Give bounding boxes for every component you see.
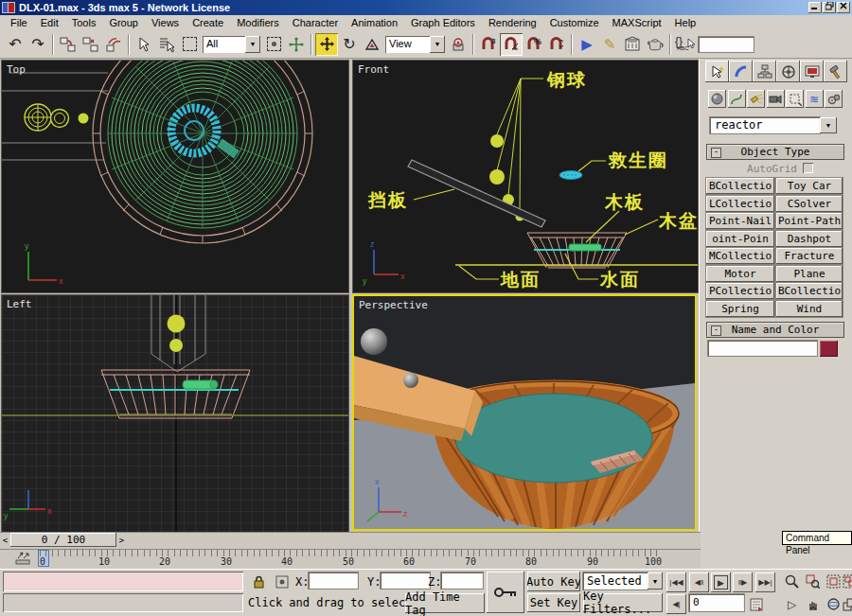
viewport-label-front[interactable]: Front [358, 63, 389, 76]
tab-utilities[interactable] [824, 61, 847, 82]
auto-key-button[interactable]: Auto Key [527, 572, 580, 591]
wood-basin-topview[interactable] [93, 61, 312, 243]
go-to-start-icon[interactable]: |◀◀ [666, 572, 686, 592]
rectangular-selection-region-icon[interactable] [178, 33, 201, 56]
unlink-selection-icon[interactable] [80, 33, 102, 56]
redo-icon[interactable]: ↷ [27, 33, 49, 56]
button-csolver[interactable]: CSolver [776, 196, 843, 212]
baffle-plank[interactable] [408, 160, 545, 227]
selection-set-dropdown[interactable]: Selected [583, 572, 648, 590]
menu-animation[interactable]: Animation [345, 16, 404, 29]
tab-create[interactable] [705, 61, 729, 82]
previous-frame-icon[interactable]: ◀‖ [689, 572, 709, 592]
reference-coordinate-dropdown[interactable]: View ▼ [385, 36, 445, 53]
time-slider-next-arrow[interactable]: > [117, 534, 126, 547]
select-and-move-icon[interactable] [315, 33, 338, 56]
time-configuration-icon[interactable] [748, 594, 765, 614]
autogrid-checkbox[interactable] [803, 163, 813, 173]
wood-board[interactable] [183, 380, 218, 389]
create-geometry-icon[interactable] [708, 90, 726, 108]
menu-create[interactable]: Create [186, 16, 230, 29]
y-coordinate-field[interactable] [381, 572, 430, 589]
bind-to-space-warp-icon[interactable] [102, 33, 125, 56]
create-cameras-icon[interactable] [767, 90, 785, 108]
menu-character[interactable]: Character [286, 16, 345, 29]
name-color-rollout-header[interactable]: - Name and Color [706, 322, 844, 338]
min-max-toggle-icon[interactable] [843, 594, 852, 614]
maxscript-mini-listener[interactable] [3, 572, 243, 591]
play-animation-icon[interactable]: ▶ [711, 572, 731, 592]
menu-modifiers[interactable]: Modifiers [230, 16, 286, 29]
button-dmcollection[interactable]: MCollectio [706, 248, 774, 264]
menu-maxscript[interactable]: MAXScript [606, 16, 668, 29]
wood-board[interactable] [569, 244, 601, 251]
time-slider-track[interactable]: < 0 / 100 > [0, 532, 701, 549]
select-and-rotate-icon[interactable]: ↻ [338, 33, 361, 56]
angle-snap-toggle-icon[interactable] [500, 33, 523, 56]
object-type-rollout-header[interactable]: - Object Type [706, 144, 844, 160]
tab-modify[interactable] [729, 61, 753, 82]
button-rpcollection[interactable]: PCollectio [706, 283, 774, 299]
z-coordinate-field[interactable] [441, 572, 483, 589]
tab-display[interactable] [800, 61, 824, 82]
button-rbcollection[interactable]: BCollectio [706, 178, 774, 194]
category-dropdown-arrow-icon[interactable]: ▼ [820, 117, 837, 133]
current-frame-field[interactable]: 0 [689, 594, 744, 611]
create-shapes-icon[interactable] [728, 90, 746, 108]
viewport-label-perspective[interactable]: Perspective [359, 299, 428, 311]
collapse-icon[interactable]: - [711, 148, 721, 158]
chevron-down-icon[interactable]: ▼ [648, 572, 663, 590]
render-scene-icon[interactable] [644, 33, 666, 56]
button-point-nail[interactable]: Point-Nail [706, 213, 774, 229]
button-sbcollection[interactable]: BCollectio [776, 283, 843, 299]
schematic-view-icon[interactable] [621, 33, 644, 56]
menu-views[interactable]: Views [145, 16, 186, 29]
selection-filter-dropdown[interactable]: All ▼ [203, 36, 260, 53]
button-motor[interactable]: Motor [706, 266, 774, 282]
select-object-icon[interactable] [133, 33, 155, 56]
button-wind[interactable]: Wind [776, 301, 843, 317]
use-pivot-center-icon[interactable] [447, 33, 470, 56]
menu-tools[interactable]: Tools [65, 16, 103, 29]
key-filters-button[interactable]: Key Filters... [583, 593, 663, 612]
select-and-manipulate-icon[interactable] [285, 33, 308, 56]
x-coordinate-field[interactable] [309, 572, 358, 589]
panel-divider[interactable] [699, 59, 701, 568]
named-selection-set-field[interactable] [699, 37, 754, 52]
menu-help[interactable]: Help [668, 16, 703, 29]
menu-file[interactable]: File [4, 16, 34, 29]
chevron-down-icon[interactable]: ▼ [430, 36, 445, 53]
collapse-icon[interactable]: - [711, 326, 721, 336]
create-systems-icon[interactable] [825, 90, 843, 108]
object-color-swatch[interactable] [820, 341, 838, 357]
button-plane[interactable]: Plane [776, 266, 843, 282]
time-slider-button[interactable]: 0 / 100 [10, 533, 116, 547]
water-surface[interactable] [455, 394, 652, 483]
viewport-label-left[interactable]: Left [7, 298, 32, 310]
mirror-icon[interactable]: ▶ [576, 33, 598, 56]
zoom-all-icon[interactable] [803, 572, 823, 591]
select-and-link-icon[interactable] [57, 33, 80, 56]
category-dropdown-value[interactable]: reactor [710, 117, 820, 133]
create-lights-icon[interactable] [747, 90, 765, 108]
viewport-label-top[interactable]: Top [7, 63, 26, 76]
minimize-button[interactable] [808, 2, 822, 13]
steel-balls-topview[interactable] [25, 104, 89, 131]
button-fracture[interactable]: Fracture [776, 248, 843, 264]
snap-toggle-3d-icon[interactable]: 3 [477, 33, 500, 56]
object-name-field[interactable] [708, 341, 817, 356]
absolute-offset-mode-icon[interactable] [273, 572, 292, 591]
button-point-point[interactable]: oint-Poin [706, 231, 774, 247]
selection-lock-icon[interactable] [249, 572, 268, 591]
create-helpers-icon[interactable] [786, 90, 804, 108]
undo-icon[interactable]: ↶ [4, 33, 27, 56]
pan-hand-icon[interactable] [803, 594, 823, 614]
close-button[interactable] [837, 2, 850, 13]
select-and-scale-icon[interactable] [361, 33, 383, 56]
zoom-icon[interactable] [782, 572, 802, 591]
zoom-extents-all-icon[interactable] [843, 572, 852, 591]
menu-edit[interactable]: Edit [34, 16, 65, 29]
title-bar[interactable]: DLX-01.max - 3ds max 5 - Network License [0, 0, 852, 15]
menu-customize[interactable]: Customize [543, 16, 606, 29]
key-mode-toggle-icon[interactable]: ◀| [666, 594, 686, 614]
